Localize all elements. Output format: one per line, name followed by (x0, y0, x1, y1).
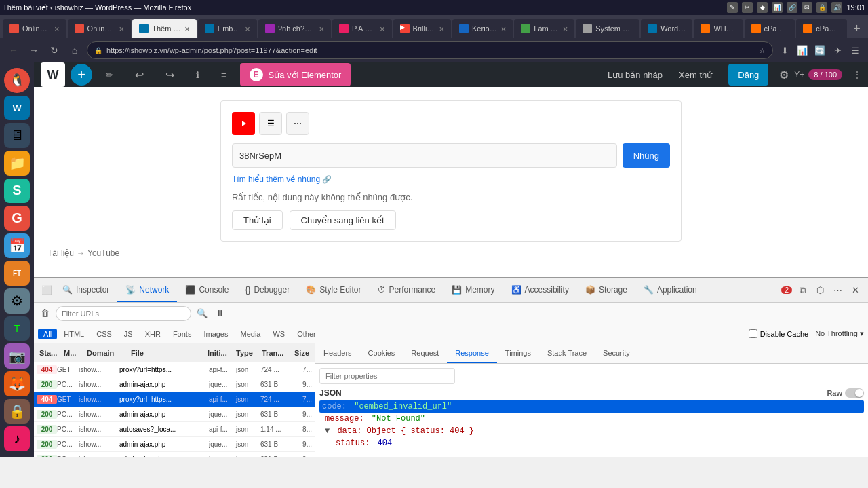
wp-save-draft-button[interactable]: Lưu bản nháp (608, 70, 663, 80)
tab-close-icon[interactable]: × (501, 24, 507, 34)
back-button[interactable]: ← (5, 42, 22, 58)
devtools-dock-button[interactable]: ⬜ (39, 283, 54, 298)
wp-redo-button[interactable]: ↪ (157, 64, 182, 86)
tab-lam-th[interactable]: Làm Th... × (514, 19, 574, 38)
wp-add-button[interactable]: + (71, 64, 92, 86)
json-row-status[interactable]: status: 404 (319, 437, 864, 449)
tab-online-2[interactable]: Online S... × (68, 19, 132, 38)
tab-system[interactable]: System Ma... (576, 19, 639, 38)
tab-anh-chup[interactable]: ?nh ch?p M... × (258, 19, 331, 38)
os-icon-calendar[interactable]: 📅 (4, 233, 30, 259)
network-row[interactable]: 200 PO... ishow... admin-ajax.php jque..… (34, 407, 315, 422)
yt-icon-button[interactable] (232, 112, 255, 135)
os-icon-monitor[interactable]: 🖥 (4, 123, 30, 148)
os-icon-folder[interactable]: 📁 (4, 151, 30, 176)
detail-tab-security[interactable]: Security (595, 343, 638, 364)
devtools-popout-button[interactable]: ⬡ (812, 283, 827, 298)
filter-ws[interactable]: WS (267, 329, 290, 339)
devtools-tab-accessibility[interactable]: ♿ Accessibility (503, 278, 577, 303)
devtools-overflow-button[interactable]: ⋯ (830, 283, 845, 298)
json-row-data[interactable]: ▼ data: Object { status: 404 } (319, 425, 864, 437)
os-icon-g[interactable]: G (4, 206, 30, 231)
tab-close-icon[interactable]: × (54, 24, 60, 34)
detail-tab-headers[interactable]: Headers (315, 343, 360, 364)
yoast-plugin[interactable]: Y+ 8 / 100 (794, 69, 842, 80)
detail-tab-stack-trace[interactable]: Stack Trace (539, 343, 595, 364)
devtools-split-button[interactable]: ⧉ (795, 283, 810, 298)
bookmark-icon[interactable]: ☆ (759, 46, 766, 55)
detail-tab-request[interactable]: Request (403, 343, 447, 364)
url-bar[interactable]: 🔒 https://ishowbiz.vn/wp-admin/post.php?… (87, 41, 773, 59)
raw-switch[interactable] (845, 388, 864, 398)
wp-more-options-button[interactable]: ⋮ (853, 70, 861, 79)
tab-whm[interactable]: WHM ... (694, 19, 743, 38)
yt-retry-button[interactable]: Thử lại (232, 210, 283, 230)
detail-tab-cookies[interactable]: Cookies (360, 343, 403, 364)
menu-icon[interactable]: ☰ (848, 43, 863, 58)
json-row-message[interactable]: message: "Not Found" (319, 413, 864, 425)
yt-url-input[interactable] (232, 143, 617, 168)
home-button[interactable]: ⌂ (66, 42, 83, 58)
network-row[interactable]: 200 PO... ishow... admin-ajax.php jque..… (34, 452, 315, 457)
json-expand-icon[interactable]: ▼ (319, 426, 330, 436)
tab-close-icon[interactable]: × (245, 24, 250, 34)
devtools-tab-debugger[interactable]: {} Debugger (237, 278, 298, 303)
yt-convert-link-button[interactable]: Chuyển sang liên kết (290, 210, 396, 230)
network-pause-button[interactable]: ⏸ (213, 307, 226, 320)
filter-properties-input[interactable] (319, 368, 455, 384)
breadcrumb-child[interactable]: YouTube (87, 248, 119, 258)
network-row-selected[interactable]: 404 GET ishow... proxy?url=https... api-… (34, 392, 315, 407)
yt-nhung-button[interactable]: Nhúng (623, 143, 670, 168)
disable-cache-checkbox[interactable]: Disable Cache (749, 329, 809, 338)
os-icon-lock[interactable]: 🔒 (4, 399, 30, 424)
network-filter-input[interactable] (56, 306, 191, 321)
tab-add-button[interactable]: + (848, 19, 865, 38)
wp-preview-button[interactable]: Xem thử (679, 70, 712, 80)
reload-button[interactable]: ↻ (46, 42, 62, 58)
network-row[interactable]: 200 PO... ishow... admin-ajax.php jque..… (34, 437, 315, 452)
tab-close-icon[interactable]: × (119, 24, 125, 34)
breadcrumb-root[interactable]: Tài liệu (47, 248, 74, 258)
wp-edit-button[interactable]: ✏ (98, 64, 121, 86)
tab-pa[interactable]: P.A Sm... × (332, 19, 391, 38)
filter-html[interactable]: HTML (58, 329, 90, 339)
os-icon-firefox[interactable]: 🦊 (4, 371, 30, 396)
devtools-tab-inspector[interactable]: 🔍 Inspector (54, 278, 117, 303)
devtools-tab-style[interactable]: 🎨 Style Editor (298, 278, 369, 303)
tab-kerio[interactable]: Kerio O... × (452, 19, 513, 38)
tab-wordpress[interactable]: Wordpr... (641, 19, 692, 38)
tab-close-icon[interactable]: × (439, 24, 444, 34)
wp-list-button[interactable]: ≡ (213, 64, 235, 86)
devtools-tab-application[interactable]: 🔧 Application (635, 278, 705, 303)
yt-help-link[interactable]: Tìm hiểu thêm về nhúng 🔗 (232, 174, 670, 184)
os-icon-wp[interactable]: W (4, 96, 30, 121)
tab-brillian[interactable]: ▶ Brillian... × (393, 19, 451, 38)
throttle-selector[interactable]: No Throttling ▾ (815, 329, 864, 338)
tab-online-1[interactable]: Online S... × (3, 19, 66, 38)
history-icon[interactable]: 📊 (795, 43, 810, 58)
tab-close-icon[interactable]: × (184, 24, 190, 34)
wp-undo-button[interactable]: ↩ (127, 64, 152, 86)
tab-embed[interactable]: Embed... × (198, 19, 257, 38)
os-icon-settings[interactable]: ⚙ (4, 288, 30, 314)
forward-button[interactable]: → (26, 42, 42, 58)
tab-cpanel1[interactable]: cPanel... (745, 19, 795, 38)
tab-cpanel2[interactable]: cPanel... (796, 19, 847, 38)
network-row[interactable]: 200 PO... ishow... admin-ajax.php jque..… (34, 377, 315, 392)
filter-js[interactable]: JS (119, 329, 138, 339)
disable-cache-input[interactable] (749, 329, 757, 338)
detail-tab-response[interactable]: Response (447, 343, 497, 364)
filter-other[interactable]: Other (292, 329, 321, 339)
tab-close-icon[interactable]: × (319, 24, 325, 34)
sync-icon[interactable]: 🔄 (812, 43, 827, 58)
devtools-tab-performance[interactable]: ⏱ Performance (370, 278, 444, 303)
wp-info-button[interactable]: ℹ (188, 64, 208, 86)
os-icon-ubuntu[interactable]: 🐧 (4, 68, 30, 93)
devtools-tab-storage[interactable]: 📦 Storage (577, 278, 635, 303)
filter-images[interactable]: Images (198, 329, 233, 339)
tab-close-icon[interactable]: × (380, 24, 385, 34)
detail-tab-timings[interactable]: Timings (497, 343, 539, 364)
devtools-tab-network[interactable]: 📡 Network (117, 278, 177, 303)
os-icon-music[interactable]: ♪ (4, 426, 30, 451)
filter-all[interactable]: All (38, 329, 57, 339)
